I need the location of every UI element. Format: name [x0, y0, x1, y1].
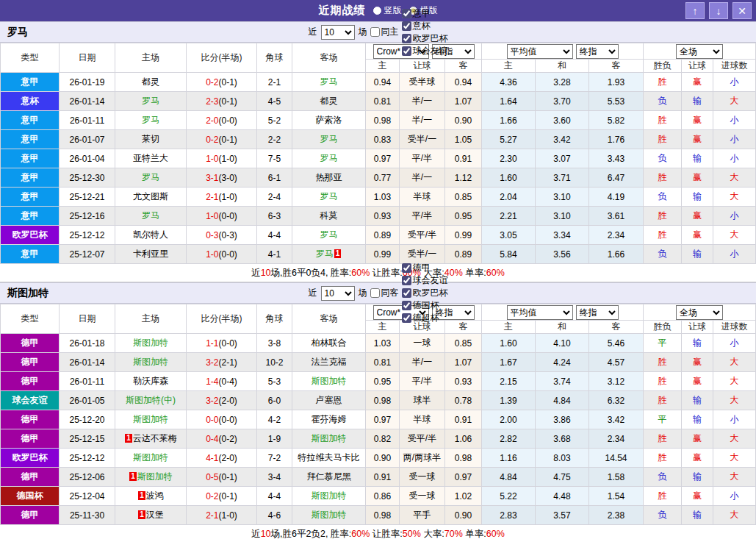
date-cell: 26-01-04	[60, 149, 115, 168]
league-checkbox[interactable]	[402, 34, 411, 43]
away-team-cell: 罗马	[292, 130, 366, 149]
home-team-cell: 尤文图斯	[115, 188, 187, 207]
match-row: 意甲25-12-21尤文图斯2-1(1-0)2-4罗马1.03半球0.852.0…	[1, 188, 756, 207]
same-venue-checkbox[interactable]	[370, 288, 380, 298]
league-label: 欧罗巴杯	[413, 287, 448, 299]
result-handicap-cell: 输	[682, 149, 713, 168]
average-group-header: 平均值终指	[482, 43, 644, 60]
average-select[interactable]: 平均值	[507, 44, 573, 59]
league-filter[interactable]: 德甲	[401, 262, 448, 274]
league-checkbox[interactable]	[402, 313, 411, 323]
result-goals-cell: 大	[713, 391, 756, 410]
fulltime-score: 0-2	[206, 77, 218, 88]
same-venue-filter[interactable]: 同客	[370, 287, 399, 299]
handicap-cell: 半球	[400, 188, 445, 207]
same-venue-filter[interactable]: 同主	[370, 26, 399, 38]
result-goals-cell: 小	[713, 334, 756, 353]
result-handicap-cell: 输	[682, 92, 713, 111]
avg-draw-cell: 4.48	[536, 487, 589, 506]
home-team-cell: 1汉堡	[115, 506, 187, 525]
odds-away-cell: 0.89	[445, 245, 482, 264]
halftime-score: (0-0)	[219, 415, 237, 425]
score-cell: 0-5(0-1)	[187, 468, 257, 487]
odds-home-cell: 0.77	[366, 168, 400, 188]
league-filter[interactable]: 德国杯	[401, 299, 448, 312]
league-checkbox[interactable]	[402, 9, 411, 18]
avg-home-cell: 1.64	[482, 92, 536, 111]
summary-segment: 60%	[486, 268, 505, 278]
league-checkbox[interactable]	[402, 21, 411, 31]
score-cell: 0-2(0-1)	[187, 73, 257, 92]
league-checkbox[interactable]	[402, 263, 411, 273]
avg-home-cell: 2.04	[482, 188, 536, 207]
avg-home-cell: 4.84	[482, 468, 536, 487]
avg-draw-cell: 3.34	[536, 226, 589, 245]
home-team-cell: 罗马	[115, 207, 187, 226]
team-name-text: 斯图加特(中)	[126, 395, 176, 405]
result-goals-cell: 大	[713, 168, 756, 188]
avg-draw-cell: 3.60	[536, 111, 589, 130]
league-filter[interactable]: 欧罗巴杯	[401, 287, 448, 299]
score-cell: 2-1(1-0)	[187, 506, 257, 525]
league-filter[interactable]: 德超杯	[401, 312, 448, 324]
halftime-score: (3-0)	[219, 173, 237, 183]
score-cell: 2-1(1-0)	[187, 188, 257, 207]
games-count-select[interactable]: 10	[321, 286, 355, 301]
average-final-select[interactable]: 终指	[576, 44, 619, 59]
league-checkbox[interactable]	[402, 46, 411, 56]
away-team-cell: 罗马1	[292, 245, 366, 264]
summary-segment: 大率:	[421, 528, 444, 539]
league-checkbox[interactable]	[402, 288, 411, 298]
league-filter[interactable]: 球会友谊	[401, 274, 448, 287]
league-filter[interactable]: 欧罗巴杯	[401, 32, 448, 45]
games-count-select[interactable]: 10	[321, 25, 355, 40]
away-team-cell: 斯图加特	[292, 429, 366, 449]
summary-segment: 场,胜6平2负2, 胜率:	[271, 528, 352, 539]
match-row: 德甲26-01-11勒沃库森1-4(0-4)5-3斯图加特0.95平/半0.93…	[1, 372, 756, 391]
corner-cell: 2-1	[257, 73, 292, 92]
team-name-text: 斯图加特	[133, 452, 168, 463]
league-filter[interactable]: 意杯	[401, 20, 448, 32]
average-select[interactable]: 平均值	[507, 305, 573, 320]
close-button[interactable]: ✕	[732, 2, 752, 19]
fulltime-score: 1-0	[206, 249, 218, 260]
fulltime-select[interactable]: 全场	[676, 305, 723, 320]
avg-draw-cell: 3.68	[536, 429, 589, 449]
sub-header-avg-home: 主	[482, 321, 536, 334]
handicap-cell: 两/两球半	[400, 449, 445, 468]
same-venue-checkbox[interactable]	[370, 27, 380, 37]
handicap-cell: 受半/一	[400, 130, 445, 149]
league-checkbox[interactable]	[402, 301, 411, 310]
team-name-text: 罗马	[142, 172, 159, 182]
scroll-up-button[interactable]: ↑	[685, 2, 705, 19]
match-row: 球会友谊26-01-05斯图加特(中)3-2(2-0)6-0卢塞恩0.98球半0…	[1, 391, 756, 410]
result-goals-cell: 大	[713, 372, 756, 391]
result-handicap-cell: 输	[682, 506, 713, 525]
league-filters: 意甲意杯欧罗巴杯球会友谊	[401, 7, 448, 57]
sub-header-wdl: 胜负	[644, 60, 682, 73]
scroll-down-button[interactable]: ↓	[709, 2, 728, 19]
team-name-text: 卡利亚里	[133, 249, 168, 259]
league-cell: 意甲	[1, 207, 60, 226]
average-final-select[interactable]: 终指	[576, 305, 619, 320]
score-cell: 2-0(0-0)	[187, 111, 257, 130]
league-filter[interactable]: 球会友谊	[401, 45, 448, 57]
date-cell: 25-12-15	[60, 429, 115, 449]
team-name-text: 勒沃库森	[133, 376, 168, 386]
avg-away-cell: 1.58	[589, 468, 644, 487]
home-team-cell: 罗马	[115, 168, 187, 188]
odds-home-cell: 0.95	[366, 372, 400, 391]
result-wdl-cell: 平	[644, 410, 682, 429]
odds-away-cell: 1.07	[445, 92, 482, 111]
fulltime-select[interactable]: 全场	[676, 44, 723, 59]
match-row: 德甲26-01-14斯图加特3-2(2-1)10-2法兰克福0.81半/一1.0…	[1, 353, 756, 372]
odds-away-cell: 0.95	[445, 207, 482, 226]
odds-away-cell: 1.02	[445, 487, 482, 506]
league-checkbox[interactable]	[402, 276, 411, 285]
league-filter[interactable]: 意甲	[401, 7, 448, 20]
home-team-cell: 勒沃库森	[115, 372, 187, 391]
fulltime-score: 2-1	[206, 510, 218, 521]
red-card-badge: 1	[334, 249, 342, 258]
summary-segment: 10	[261, 529, 271, 539]
result-goals-cell: 大	[713, 226, 756, 245]
